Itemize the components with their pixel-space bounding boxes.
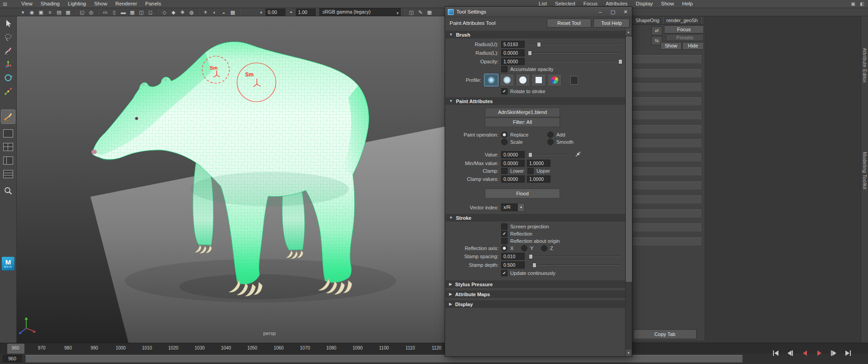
range-slider-track[interactable] xyxy=(25,355,743,363)
filter-button[interactable]: Filter: All xyxy=(485,118,560,127)
go-to-start-button[interactable] xyxy=(770,348,782,358)
tool-settings-titlebar[interactable]: Tool Settings – ▢ ✕ xyxy=(445,7,632,17)
step-back-button[interactable] xyxy=(784,348,796,358)
ae-tab-shapeorig[interactable]: ShapeOrig xyxy=(632,17,664,24)
gamma-icon[interactable]: ◓ xyxy=(287,9,295,15)
hide-button[interactable]: Hide xyxy=(682,42,704,50)
ae-section-bar[interactable] xyxy=(633,55,702,63)
min-value-field[interactable]: 0.0000 xyxy=(501,160,525,167)
safe-title-icon[interactable]: ◻ xyxy=(147,9,154,16)
layout-persp-outliner-icon[interactable] xyxy=(3,156,13,165)
two-d-pan-zoom-icon[interactable]: ◱ xyxy=(78,9,86,16)
film-gate-icon[interactable]: ▭ xyxy=(101,9,109,16)
layout-single-pane-icon[interactable] xyxy=(3,129,13,137)
focus-button[interactable]: Focus xyxy=(664,25,704,33)
accumulate-opacity-checkbox[interactable] xyxy=(501,66,508,72)
menu-item[interactable]: Help xyxy=(678,0,697,8)
section-header-paint-attributes[interactable]: ▼ Paint Attributes xyxy=(446,97,625,105)
presets-button[interactable]: Presets xyxy=(666,34,704,41)
ae-section-bar[interactable] xyxy=(633,195,702,203)
screen-space-ao-icon[interactable]: ◒ xyxy=(220,9,228,16)
clamp-upper-checkbox[interactable] xyxy=(527,168,534,174)
anti-aliasing-icon[interactable]: ▩ xyxy=(229,9,237,16)
resolution-gate-icon[interactable]: ▯ xyxy=(110,9,118,16)
ae-section-bar[interactable] xyxy=(633,181,702,189)
menu-item[interactable]: Shading xyxy=(37,0,64,8)
menu-item[interactable]: View xyxy=(17,0,37,8)
ae-section-bar[interactable] xyxy=(633,167,702,175)
paint-op-replace-radio[interactable] xyxy=(501,132,508,138)
menu-arrow-icon[interactable]: ▾ xyxy=(19,9,27,16)
brush-profile-soft-icon[interactable] xyxy=(500,74,514,86)
scrollbar[interactable]: ▲ ▼ xyxy=(625,28,632,356)
stamp-spacing-slider[interactable] xyxy=(529,253,621,260)
stamp-spacing-field[interactable]: 0.010 xyxy=(501,253,525,260)
clamp-lower-checkbox[interactable] xyxy=(501,168,508,174)
section-header-brush[interactable]: ▼ Brush xyxy=(446,31,625,38)
reflection-checkbox[interactable] xyxy=(501,231,508,237)
current-tool-paint-attributes-icon[interactable] xyxy=(1,109,15,124)
bookmarks-icon[interactable]: ▤ xyxy=(55,9,63,16)
menu-item[interactable]: Show xyxy=(90,0,111,8)
wireframe-display-icon[interactable]: ◇ xyxy=(161,9,168,16)
menu-item[interactable]: Renderer xyxy=(111,0,141,8)
move-tool-icon[interactable] xyxy=(2,58,14,71)
ae-section-bar[interactable] xyxy=(633,237,702,246)
scrollbar-thumb[interactable] xyxy=(626,37,632,282)
show-attributes-icon[interactable]: ⇄ xyxy=(651,26,662,35)
paint-op-scale-radio[interactable] xyxy=(501,139,508,145)
viewport[interactable]: Sm Sm persp xyxy=(16,16,445,343)
ae-section-bar[interactable] xyxy=(633,97,702,105)
paint-select-tool-icon[interactable] xyxy=(2,44,14,57)
reflection-axis-y-radio[interactable] xyxy=(521,245,527,251)
radius-l-slider[interactable] xyxy=(529,49,621,56)
paint-op-add-radio[interactable] xyxy=(547,132,554,138)
ae-section-bar[interactable] xyxy=(633,209,702,217)
radius-l-field[interactable]: 0.0000 xyxy=(501,49,525,57)
radius-u-slider[interactable] xyxy=(529,41,621,47)
reflection-axis-z-radio[interactable] xyxy=(541,245,547,251)
brush-profile-ramp-icon[interactable] xyxy=(547,74,562,86)
lasso-tool-icon[interactable] xyxy=(2,31,14,43)
brush-profile-square-icon[interactable] xyxy=(531,74,546,86)
reflection-about-origin-checkbox[interactable] xyxy=(501,238,508,244)
gate-mask-icon[interactable]: ▬ xyxy=(119,9,127,16)
radius-u-field[interactable]: 5.0193 xyxy=(501,41,525,48)
time-slider[interactable]: 9609709809901000101010201030104010501060… xyxy=(0,343,868,354)
maya-logo[interactable]: M MAYA xyxy=(2,257,14,270)
reset-tool-button[interactable]: Reset Tool xyxy=(547,19,591,28)
ae-section-bar[interactable] xyxy=(633,69,702,77)
shadows-icon[interactable]: ◐ xyxy=(211,9,218,16)
menu-item[interactable]: Show xyxy=(657,0,678,8)
max-value-field[interactable]: 1.0000 xyxy=(527,160,550,167)
close-icon[interactable]: ✕ xyxy=(619,7,632,17)
opacity-slider[interactable] xyxy=(529,58,621,65)
copy-tab-button[interactable]: Copy Tab xyxy=(633,329,697,339)
browse-profile-icon[interactable] xyxy=(567,74,581,86)
grid-icon[interactable]: ▦ xyxy=(426,9,433,16)
brush-profile-solid-icon[interactable] xyxy=(516,74,530,86)
reflection-axis-x-radio[interactable] xyxy=(501,245,508,251)
select-camera-icon[interactable]: ◉ xyxy=(28,9,36,16)
default-material-icon[interactable]: ◍ xyxy=(188,9,195,16)
vector-index-dropdown[interactable]: x/R ▼ xyxy=(501,203,525,212)
ae-section-bar[interactable] xyxy=(633,83,702,91)
pin-panel-icon[interactable]: ◧ xyxy=(859,1,865,7)
tool-help-button[interactable]: Tool Help xyxy=(593,19,630,28)
layout-four-pane-icon[interactable] xyxy=(3,143,13,151)
image-plane-icon[interactable]: ▦ xyxy=(64,9,72,16)
oversampling-icon[interactable]: ◎ xyxy=(87,9,95,16)
textured-display-icon[interactable]: ❖ xyxy=(179,9,186,16)
section-header-stylus-pressure[interactable]: ▶ Stylus Pressure xyxy=(446,280,625,288)
ae-section-bar[interactable] xyxy=(633,139,702,147)
stamp-depth-field[interactable]: 0.500 xyxy=(501,261,525,269)
show-button[interactable]: Show xyxy=(660,42,682,50)
section-header-display[interactable]: ▶ Display xyxy=(446,300,625,308)
isolate-select-icon[interactable]: ◫ xyxy=(408,9,415,16)
scroll-down-icon[interactable]: ▼ xyxy=(626,350,631,356)
range-slider[interactable]: 960 xyxy=(0,354,868,364)
magnifier-icon[interactable] xyxy=(2,184,14,197)
menu-item[interactable]: Display xyxy=(632,0,657,8)
flood-button[interactable]: Flood xyxy=(485,189,560,199)
layout-persp-graph-icon[interactable] xyxy=(3,170,13,178)
